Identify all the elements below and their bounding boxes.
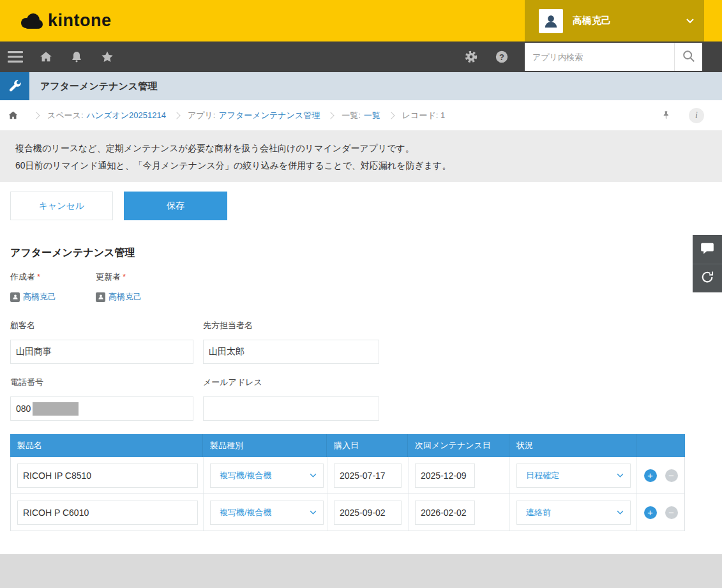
purchase-date-input[interactable] (334, 501, 402, 525)
home-icon[interactable] (31, 41, 61, 72)
breadcrumb-app-label: アプリ: (188, 110, 216, 121)
change-history-button[interactable] (693, 264, 722, 292)
global-navbar: ? (0, 41, 722, 72)
cell-status: 連絡前 (510, 494, 637, 531)
kintone-logo-text: kintone (48, 11, 112, 31)
table-row: 複写機/複合機 日程確定 (10, 457, 685, 494)
phone-number-value: 080 (16, 403, 31, 414)
remove-row-button[interactable] (665, 506, 678, 519)
app-search (525, 43, 702, 71)
user-icon (96, 292, 105, 302)
creator-user-link[interactable]: 高橋克己 (23, 291, 56, 303)
user-name: 高橋克己 (573, 15, 611, 27)
help-icon[interactable]: ? (486, 41, 517, 72)
field-creator: 作成者* 高橋克己 (10, 271, 56, 303)
status-value: 日程確定 (526, 470, 612, 481)
info-icon[interactable] (689, 108, 704, 123)
user-menu[interactable]: 高橋克己 (525, 0, 704, 41)
cell-product-type: 複写機/複合機 (204, 494, 327, 531)
pin-icon[interactable] (657, 107, 675, 124)
kintone-cloud-icon (19, 13, 43, 29)
product-type-select[interactable]: 複写機/複合機 (210, 501, 324, 525)
chevron-down-icon (310, 473, 317, 478)
email-label: メールアドレス (203, 377, 379, 388)
phone-number-input[interactable]: 080 (10, 396, 193, 421)
phone-number-label: 電話番号 (10, 377, 193, 388)
chevron-down-icon (617, 510, 624, 515)
search-input[interactable] (525, 43, 674, 71)
customer-name-input[interactable] (10, 340, 193, 364)
field-contact-name: 先方担当者名 (203, 320, 379, 364)
product-type-value: 複写機/複合機 (220, 470, 305, 481)
updater-user-link[interactable]: 高橋克己 (109, 291, 142, 303)
product-name-input[interactable] (17, 501, 198, 525)
page-footer (0, 554, 722, 588)
creator-value: 高橋克己 (10, 291, 56, 303)
cell-product-name (11, 457, 204, 494)
cell-row-actions (637, 457, 684, 494)
product-name-input[interactable] (17, 464, 198, 488)
header-actions (636, 434, 685, 457)
required-mark: * (123, 272, 126, 282)
field-phone-number: 電話番号 080 (10, 377, 193, 421)
notifications-bell-icon[interactable] (61, 41, 92, 72)
status-select[interactable]: 連絡前 (516, 501, 631, 525)
add-row-button[interactable] (644, 469, 657, 482)
remove-row-button[interactable] (665, 469, 678, 482)
redaction-overlay (33, 402, 79, 416)
app-title: アフターメンテナンス管理 (40, 80, 157, 93)
global-header: kintone 高橋克己 (0, 0, 722, 41)
breadcrumb-home-icon[interactable] (0, 100, 26, 131)
kintone-logo[interactable]: kintone (19, 11, 112, 31)
breadcrumb-separator-icon (327, 112, 335, 119)
creator-label-text: 作成者 (10, 272, 35, 282)
kintone-app: kintone 高橋克己 (0, 0, 722, 588)
breadcrumb-separator-icon (387, 112, 395, 119)
breadcrumb-app: アプリ: アフターメンテナンス管理 (188, 110, 320, 121)
field-customer-name: 顧客名 (10, 320, 193, 364)
breadcrumb-view-label: 一覧: (342, 110, 361, 121)
header-product-type: 製品種別 (203, 434, 327, 457)
search-button[interactable] (674, 43, 702, 71)
header-next-maintenance: 次回メンテナンス日 (408, 434, 509, 457)
cell-next-maintenance (409, 457, 510, 494)
breadcrumb-app-link[interactable]: アフターメンテナンス管理 (218, 110, 320, 121)
app-description: 複合機のリースなど、定期メンテナンスが必要な商材を扱う会社向けのリマインダーアプ… (0, 131, 722, 182)
comments-button[interactable] (693, 235, 722, 264)
add-row-button[interactable] (644, 506, 657, 519)
user-icon (10, 292, 20, 302)
product-type-value: 複写機/複合機 (220, 507, 305, 518)
hamburger-menu-icon[interactable] (0, 41, 31, 72)
record-side-tools (693, 235, 722, 292)
breadcrumb-view-link[interactable]: 一覧 (364, 110, 380, 121)
form-title: アフターメンテナンス管理 (10, 246, 135, 260)
cell-row-actions (637, 494, 684, 531)
email-input[interactable] (203, 396, 379, 421)
cancel-button[interactable]: キャンセル (10, 192, 113, 220)
cell-purchase-date (327, 494, 409, 531)
breadcrumb: スペース: ハンズオン20251214 アプリ: アフターメンテナンス管理 一覧… (0, 100, 722, 131)
breadcrumb-record: レコード: 1 (402, 110, 445, 121)
favorites-star-icon[interactable] (92, 41, 123, 72)
updater-label-text: 更新者 (96, 272, 121, 282)
header-product-name: 製品名 (10, 434, 203, 457)
save-button[interactable]: 保存 (124, 192, 227, 220)
cell-purchase-date (327, 457, 409, 494)
product-type-select[interactable]: 複写機/複合機 (210, 464, 324, 488)
purchase-date-input[interactable] (334, 464, 402, 488)
breadcrumb-space-label: スペース: (47, 110, 84, 121)
status-select[interactable]: 日程確定 (516, 464, 631, 488)
status-value: 連絡前 (526, 507, 612, 518)
navbar-right-group: ? (456, 41, 722, 72)
app-description-line2: 60日前のリマインド通知と、「今月メンテナンス分」の絞り込みを併用することで、対… (15, 157, 707, 174)
app-header-bar: アフターメンテナンス管理 (0, 72, 722, 100)
breadcrumb-space-link[interactable]: ハンズオン20251214 (87, 110, 166, 121)
cell-product-name (11, 494, 204, 531)
settings-gear-icon[interactable] (456, 41, 486, 72)
next-maintenance-date-input[interactable] (415, 464, 475, 488)
app-wrench-icon[interactable] (0, 72, 29, 100)
next-maintenance-date-input[interactable] (415, 501, 475, 525)
contact-name-input[interactable] (203, 340, 379, 364)
table-row: 複写機/複合機 連絡前 (10, 494, 685, 531)
field-updater: 更新者* 高橋克己 (96, 271, 142, 303)
